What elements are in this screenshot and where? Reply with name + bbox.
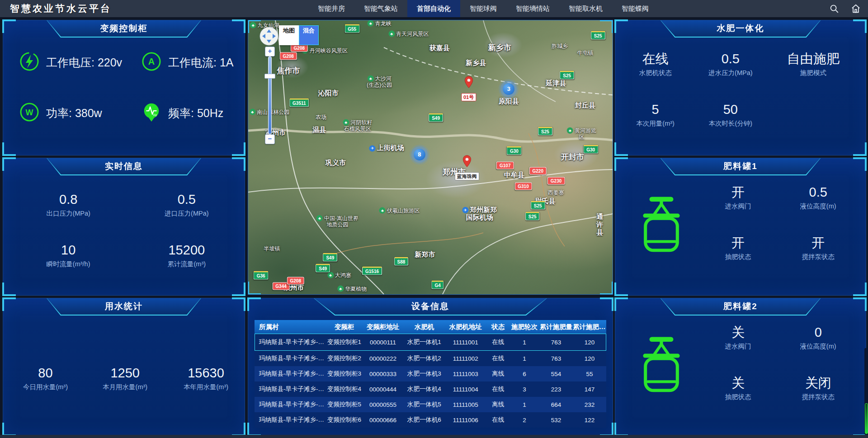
map-label-city: 通许县	[594, 213, 606, 236]
zoom-in-button[interactable]: +	[265, 47, 275, 57]
nav-item-smart-well[interactable]: 智能井房	[308, 0, 354, 17]
road-shield: S25	[538, 127, 552, 136]
panel-title: 实时信息	[47, 158, 201, 174]
fertigation-panel: 水肥一体化 在线水肥机状态 0.5进水压力(MPa) 自由施肥施肥模式 5本次用…	[615, 20, 866, 155]
road-shield: G1516	[362, 267, 382, 275]
realtime-info-panel: 实时信息 0.8出口压力(MPa) 0.5进口压力(MPa) 10瞬时流量(m³…	[3, 158, 245, 296]
stat-mixer-status: 开搅拌泵状态	[802, 236, 835, 261]
map-label-poi: 大沙河 (生态)公园	[367, 75, 392, 89]
zoom-out-button[interactable]: −	[265, 134, 275, 144]
panel-title: 变频控制柜	[47, 20, 201, 37]
device-row[interactable]: 玛纳斯县-旱卡子滩乡-东岸...变频控制柜500000555水肥一体机51111…	[255, 397, 606, 412]
device-row[interactable]: 玛纳斯县-旱卡子滩乡-东岸...变频控制柜400000444水肥一体机41111…	[255, 381, 606, 397]
road-shield: G107	[496, 162, 514, 170]
stat-pump-status: 关抽肥状态	[725, 376, 751, 401]
map-label-town: 农场	[316, 114, 326, 121]
road-shield: S25	[560, 71, 574, 80]
road-shield: S49	[429, 113, 443, 122]
map-pan-control[interactable]	[259, 26, 279, 48]
stat-mixer-status: 关闭搅拌泵状态	[802, 376, 835, 401]
road-shield: G220	[529, 167, 547, 175]
corner-decoration	[2, 19, 245, 156]
cluster-marker[interactable]: 3	[503, 83, 514, 95]
zoom-slider-thumb[interactable]	[264, 74, 275, 79]
current-icon: A	[142, 52, 161, 73]
pin-label: 蓝海珠阀	[455, 172, 479, 180]
road-shield: G30	[583, 145, 598, 153]
stat-inlet-valve: 关进水阀门	[725, 325, 751, 351]
voltage-icon	[19, 52, 39, 73]
svg-text:Hz: Hz	[153, 113, 157, 117]
nav-item-weather-station[interactable]: 智能气象站	[354, 0, 407, 17]
map-label-town: 西姜寨	[548, 190, 564, 196]
road-shield: G55	[344, 24, 359, 33]
svg-text:A: A	[148, 57, 155, 66]
device-info-panel: 设备信息 所属村变频柜变频柜地址水肥机水肥机地址状态施肥轮次累计施肥量累计施肥时…	[248, 298, 613, 436]
panel-title: 用水统计	[47, 298, 201, 315]
map-label-city: 新乡市	[488, 43, 511, 52]
corner-decoration	[2, 157, 245, 296]
device-row[interactable]: 玛纳斯县-旱卡子滩乡-东岸...变频控制柜100000111水肥一体机11111…	[255, 334, 606, 351]
nav-item-soil-moisture[interactable]: 智能墒情站	[506, 0, 559, 17]
scrollbar-thumb[interactable]	[865, 403, 868, 434]
map-type-hybrid-button[interactable]: 混合	[299, 25, 319, 45]
device-table: 所属村变频柜变频柜地址水肥机水肥机地址状态施肥轮次累计施肥量累计施肥时长 玛纳斯…	[255, 320, 606, 428]
device-row[interactable]: 玛纳斯县-旱卡子滩乡-东岸...变频控制柜600000666水肥一体机61111…	[255, 412, 606, 428]
metric-voltage: 工作电压: 220v	[19, 52, 122, 73]
frequency-icon: Hz	[142, 102, 161, 124]
svg-text:W: W	[26, 108, 33, 117]
map-label-city: 开封市	[561, 153, 584, 162]
metric-current: A 工作电流: 1A	[142, 52, 233, 73]
map-label-city: 焦作市	[277, 66, 300, 75]
device-row[interactable]: 玛纳斯县-旱卡子滩乡-东岸...变频控制柜300000333水肥一体机31111…	[255, 366, 606, 381]
map-label-city: 沁阳市	[318, 89, 339, 97]
map-label-poi: 青龙峡	[368, 20, 392, 27]
red-pin-marker[interactable]	[464, 76, 473, 90]
map[interactable]: 郑州市 新乡市 开封市 焦作市 沁阳市 获嘉县 新乡县 原阳县 延津县 封丘县 …	[248, 20, 613, 295]
nav-item-water-intake[interactable]: 智能取水机	[559, 0, 612, 17]
device-table-header: 所属村变频柜变频柜地址水肥机水肥机地址状态施肥轮次累计施肥量累计施肥时长	[255, 320, 606, 334]
nav-item-butterfly-valve[interactable]: 智能蝶阀	[612, 0, 658, 17]
bottom-bar	[0, 435, 868, 438]
scrollbar[interactable]	[864, 348, 868, 435]
stat-instant-flow: 10瞬时流量(m³/h)	[47, 243, 90, 268]
road-shield: S88	[394, 257, 409, 266]
zoom-slider-track[interactable]	[268, 57, 272, 134]
map-label-town: 牛屯镇	[577, 50, 594, 57]
nav-item-ball-valve[interactable]: 智能球阀	[460, 0, 506, 17]
map-label-town: 半坡镇	[264, 246, 280, 252]
power-icon: W	[19, 102, 39, 124]
road-shield: S49	[316, 264, 330, 273]
inverter-cabinet-panel: 变频控制柜 工作电压: 220v A 工作电流: 1A W 功率: 380w H…	[3, 20, 245, 155]
stat-liquid-level: 0.5液位高度(m)	[800, 185, 836, 211]
map-label-city: 获嘉县	[429, 44, 450, 52]
app-title: 智慧农业节水云平台	[10, 0, 112, 17]
device-row[interactable]: 玛纳斯县-旱卡子滩乡-东岸...变频控制柜200000222水肥一体机21111…	[255, 351, 606, 366]
water-usage-panel: 用水统计 80今日用水量(m³) 1250本月用水量(m³) 15630本年用水…	[3, 298, 245, 436]
search-icon[interactable]	[829, 4, 839, 14]
stat-pump-status: 开抽肥状态	[725, 236, 751, 261]
fertilizer-tank-icon	[637, 335, 686, 395]
road-shield: G230	[547, 177, 565, 184]
road-shield: S25	[531, 201, 545, 210]
road-shield: G208	[279, 52, 297, 60]
cluster-marker[interactable]: 8	[414, 149, 425, 160]
top-nav: 智慧农业节水云平台 智能井房 智能气象站 首部自动化 智能球阀 智能墒情站 智能…	[0, 0, 868, 17]
metric-power: W 功率: 380w	[19, 103, 102, 123]
home-icon[interactable]	[851, 4, 861, 14]
panel-title: 设备信息	[314, 298, 547, 315]
road-shield: G310	[514, 182, 532, 190]
map-type-map-button[interactable]: 地图	[279, 25, 299, 45]
road-shield: G3511	[289, 98, 309, 107]
map-label-poi: 黄河游览区	[566, 127, 597, 141]
corner-decoration	[614, 19, 867, 156]
red-pin-marker[interactable]	[462, 155, 472, 170]
map-label-poi: 大鸿寨	[327, 272, 351, 278]
road-shield: G4	[431, 280, 443, 289]
stat-total-flow: 15200累计流量(m³)	[168, 243, 206, 268]
map-label-city: 新郑市	[415, 251, 435, 259]
stat-fertilize-mode: 自由施肥施肥模式	[787, 52, 840, 77]
nav-item-head-automation[interactable]: 首部自动化	[407, 0, 460, 17]
stat-session-volume: 5本次用量(m³)	[636, 103, 675, 128]
stat-inlet-valve: 开进水阀门	[725, 185, 751, 211]
